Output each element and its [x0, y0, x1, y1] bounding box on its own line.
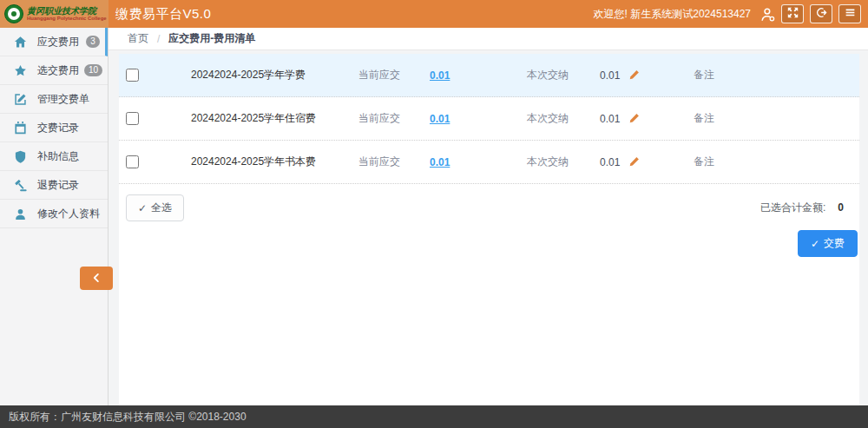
user-settings-icon[interactable] — [760, 7, 775, 22]
sidebar-menu: 应交费用 3 选交费用 10 管理交费单 交费记录 补助信息 退费记录 — [0, 28, 108, 228]
fee-table: 20242024-2025学年学费 当前应交 0.01 本次交纳 0.01 备注… — [119, 54, 859, 184]
college-logo: 黄冈职业技术学院 Huanggang Polytechnic College — [0, 0, 108, 28]
breadcrumb-home-link[interactable]: 首页 — [128, 31, 148, 46]
home-icon — [14, 36, 27, 49]
header-right: 欢迎您! 新生系统测试2024513427 — [594, 4, 868, 23]
sidebar-item[interactable]: 应交费用 3 — [0, 28, 108, 56]
due-amount-link[interactable]: 0.01 — [430, 156, 527, 168]
select-all-label: 全选 — [151, 201, 172, 215]
count-badge: 10 — [84, 64, 102, 76]
college-name-en: Huanggang Polytechnic College — [27, 16, 107, 21]
total-value: 0 — [838, 201, 844, 214]
fee-list-panel: 20242024-2025学年学费 当前应交 0.01 本次交纳 0.01 备注… — [119, 54, 859, 405]
sidebar-collapse-button[interactable] — [80, 267, 113, 290]
pay-button-label: 交费 — [824, 236, 845, 251]
fee-checkbox-cell — [126, 69, 185, 82]
pay-button[interactable]: ✓ 交费 — [798, 230, 858, 257]
fee-row: 20242024-2025学年住宿费 当前应交 0.01 本次交纳 0.01 备… — [119, 97, 859, 141]
sidebar-item-label: 应交费用 — [37, 35, 79, 49]
total-label: 已选合计金额: — [760, 201, 825, 214]
fullscreen-icon — [787, 7, 799, 21]
edit-amount-icon[interactable] — [628, 69, 640, 81]
fee-row: 20242024-2025学年书本费 当前应交 0.01 本次交纳 0.01 备… — [119, 141, 859, 184]
sidebar-item[interactable]: 交费记录 — [0, 114, 108, 142]
pay-label: 本次交纳 — [527, 111, 600, 126]
pay-amount: 0.01 — [600, 113, 620, 125]
fee-name: 20242024-2025学年学费 — [185, 68, 358, 82]
breadcrumb: 首页 / 应交费用-费用清单 — [108, 28, 868, 50]
due-label: 当前应交 — [358, 111, 430, 126]
menu-icon — [845, 7, 856, 21]
breadcrumb-separator: / — [157, 33, 160, 45]
college-logo-text: 黄冈职业技术学院 Huanggang Polytechnic College — [27, 7, 107, 22]
remark-label: 备注 — [694, 68, 714, 82]
user-icon — [14, 207, 27, 221]
calendar-check-icon — [14, 122, 27, 135]
due-amount-link[interactable]: 0.01 — [430, 69, 527, 82]
welcome-text: 欢迎您! 新生系统测试2024513427 — [594, 7, 751, 22]
fee-checkbox-cell — [126, 112, 185, 125]
sidebar-item[interactable]: 选交费用 10 — [0, 56, 108, 85]
fee-checkbox[interactable] — [126, 112, 139, 125]
remark-label: 备注 — [694, 111, 714, 126]
pay-amount-cell: 0.01 — [600, 156, 694, 168]
check-icon: ✓ — [811, 238, 819, 250]
fee-checkbox[interactable] — [126, 155, 139, 168]
fee-name: 20242024-2025学年住宿费 — [185, 111, 358, 126]
due-label: 当前应交 — [358, 155, 430, 169]
copyright-text: 版权所有：广州友财信息科技有限公司 ©2018-2030 — [9, 411, 247, 423]
fee-controls: ✓ 全选 已选合计金额:0 ✓ 交费 — [119, 184, 859, 257]
app-header: 黄冈职业技术学院 Huanggang Polytechnic College 缴… — [0, 0, 868, 28]
breadcrumb-current: 应交费用-费用清单 — [168, 31, 255, 46]
pay-amount: 0.01 — [600, 156, 620, 168]
college-name-cn: 黄冈职业技术学院 — [27, 7, 107, 16]
fee-checkbox-cell — [126, 155, 185, 168]
pay-amount-cell: 0.01 — [600, 113, 694, 125]
fee-checkbox[interactable] — [126, 69, 139, 82]
star-icon — [14, 64, 27, 77]
sidebar-item[interactable]: 退费记录 — [0, 171, 108, 200]
fullscreen-button[interactable] — [781, 4, 804, 23]
sidebar-item[interactable]: 补助信息 — [0, 142, 108, 171]
sidebar-item-label: 修改个人资料 — [37, 207, 100, 221]
sidebar-item[interactable]: 管理交费单 — [0, 85, 108, 114]
remark-label: 备注 — [694, 155, 714, 169]
fee-row: 20242024-2025学年学费 当前应交 0.01 本次交纳 0.01 备注 — [119, 54, 859, 97]
sidebar-item-label: 交费记录 — [37, 121, 79, 135]
logout-icon — [816, 7, 827, 21]
gavel-icon — [14, 179, 27, 192]
shield-icon — [14, 150, 27, 163]
main-content: 首页 / 应交费用-费用清单 20242024-2025学年学费 当前应交 0.… — [108, 28, 868, 405]
pay-label: 本次交纳 — [527, 155, 600, 169]
sidebar-item[interactable]: 修改个人资料 — [0, 200, 108, 228]
selected-total: 已选合计金额:0 — [760, 201, 859, 215]
sidebar: 应交费用 3 选交费用 10 管理交费单 交费记录 补助信息 退费记录 — [0, 28, 108, 405]
pay-amount: 0.01 — [600, 69, 620, 82]
pay-amount-cell: 0.01 — [600, 69, 694, 82]
page-footer: 版权所有：广州友财信息科技有限公司 ©2018-2030 — [0, 405, 868, 428]
app-title: 缴费易平台V5.0 — [115, 6, 211, 23]
sidebar-item-label: 补助信息 — [37, 149, 79, 164]
pay-label: 本次交纳 — [527, 68, 600, 82]
edit-amount-icon[interactable] — [628, 156, 640, 168]
menu-button[interactable] — [838, 4, 861, 23]
due-amount-link[interactable]: 0.01 — [430, 113, 527, 125]
edit-amount-icon[interactable] — [628, 113, 640, 124]
fee-name: 20242024-2025学年书本费 — [185, 155, 358, 169]
sidebar-item-label: 管理交费单 — [37, 92, 89, 107]
chevron-left-icon — [91, 271, 102, 286]
sidebar-item-label: 选交费用 — [37, 63, 79, 78]
logout-button[interactable] — [810, 4, 832, 23]
edit-icon — [14, 93, 27, 106]
due-label: 当前应交 — [358, 68, 430, 82]
count-badge: 3 — [86, 36, 100, 48]
college-emblem-icon — [4, 4, 23, 23]
select-all-button[interactable]: ✓ 全选 — [126, 194, 184, 221]
sidebar-item-label: 退费记录 — [37, 178, 79, 193]
check-icon: ✓ — [138, 202, 147, 214]
